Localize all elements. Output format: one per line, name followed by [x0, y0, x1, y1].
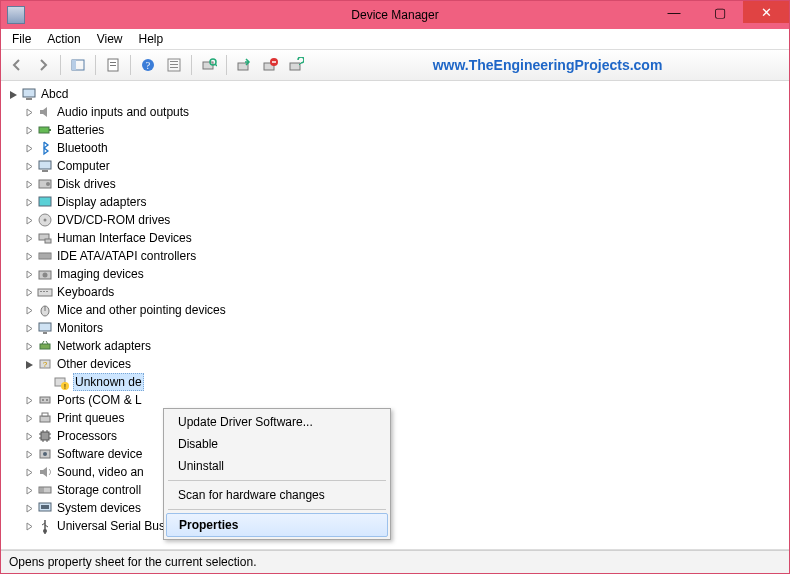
ctx-disable[interactable]: Disable — [166, 433, 388, 455]
battery-icon — [37, 122, 53, 138]
expand-icon[interactable] — [23, 448, 35, 460]
audio-icon — [37, 104, 53, 120]
ctx-properties[interactable]: Properties — [166, 513, 388, 537]
tree-item-keyboards[interactable]: Keyboards — [23, 283, 783, 301]
expand-icon[interactable] — [23, 178, 35, 190]
tree-item-unknown-label: Unknown de — [73, 373, 144, 391]
action-toolbar-button[interactable] — [162, 53, 186, 77]
svg-rect-20 — [49, 129, 51, 131]
menu-help[interactable]: Help — [132, 31, 171, 47]
tree-root[interactable]: Abcd — [7, 85, 783, 103]
close-button[interactable]: ✕ — [743, 1, 789, 23]
forward-button[interactable] — [31, 53, 55, 77]
tree-item-monitors[interactable]: Monitors — [23, 319, 783, 337]
collapse-icon[interactable] — [7, 88, 19, 100]
properties-toolbar-button[interactable] — [101, 53, 125, 77]
expand-icon[interactable] — [23, 430, 35, 442]
menu-action[interactable]: Action — [40, 31, 87, 47]
tree-item-batteries[interactable]: Batteries — [23, 121, 783, 139]
tree-item-usb[interactable]: Universal Serial Bus controllers — [23, 517, 783, 535]
svg-rect-1 — [72, 60, 76, 70]
collapse-icon[interactable] — [23, 358, 35, 370]
bluetooth-icon — [37, 140, 53, 156]
expand-icon[interactable] — [23, 520, 35, 532]
tree-root-label: Abcd — [41, 86, 68, 102]
expand-icon[interactable] — [23, 304, 35, 316]
promo-link[interactable]: www.TheEngineeringProjects.com — [310, 57, 785, 73]
tree-item-disk[interactable]: Disk drives — [23, 175, 783, 193]
expand-icon[interactable] — [23, 502, 35, 514]
expand-icon[interactable] — [23, 160, 35, 172]
scan-hardware-toolbar-button[interactable] — [197, 53, 221, 77]
update-driver-toolbar-button[interactable] — [232, 53, 256, 77]
titlebar[interactable]: Device Manager — ▢ ✕ — [1, 1, 789, 29]
tree-item-software-devices[interactable]: Software device — [23, 445, 783, 463]
expand-icon[interactable] — [23, 394, 35, 406]
maximize-button[interactable]: ▢ — [697, 1, 743, 23]
tree-item-sound[interactable]: Sound, video an — [23, 463, 783, 481]
tree-item-audio[interactable]: Audio inputs and outputs — [23, 103, 783, 121]
tree-item-processors[interactable]: Processors — [23, 427, 783, 445]
tree-item-mice[interactable]: Mice and other pointing devices — [23, 301, 783, 319]
menu-view[interactable]: View — [90, 31, 130, 47]
expand-icon[interactable] — [23, 124, 35, 136]
svg-rect-35 — [43, 291, 45, 292]
svg-rect-18 — [26, 98, 32, 100]
svg-rect-10 — [170, 67, 178, 68]
tree-item-system[interactable]: System devices — [23, 499, 783, 517]
tree-item-dvd[interactable]: DVD/CD-ROM drives — [23, 211, 783, 229]
tree-item-hid[interactable]: Human Interface Devices — [23, 229, 783, 247]
device-tree-pane[interactable]: Abcd Audio inputs and outputs Batteries … — [1, 81, 789, 550]
usb-icon — [37, 518, 53, 534]
svg-point-54 — [43, 452, 47, 456]
toolbar: ? www.TheEngineeringProjects.com — [1, 50, 789, 81]
ctx-uninstall[interactable]: Uninstall — [166, 455, 388, 477]
tree-item-imaging[interactable]: Imaging devices — [23, 265, 783, 283]
expand-icon[interactable] — [23, 232, 35, 244]
svg-point-48 — [42, 399, 44, 401]
expand-icon[interactable] — [23, 268, 35, 280]
svg-rect-19 — [39, 127, 49, 133]
ctx-scan-hardware[interactable]: Scan for hardware changes — [166, 484, 388, 506]
dvd-icon — [37, 212, 53, 228]
tree-item-computer[interactable]: Computer — [23, 157, 783, 175]
expand-icon[interactable] — [23, 106, 35, 118]
tree-item-display[interactable]: Display adapters — [23, 193, 783, 211]
uninstall-toolbar-button[interactable] — [258, 53, 282, 77]
system-icon — [37, 500, 53, 516]
expand-icon[interactable] — [23, 142, 35, 154]
mouse-icon — [37, 302, 53, 318]
expand-icon[interactable] — [23, 340, 35, 352]
expand-icon[interactable] — [23, 250, 35, 262]
ctx-update-driver[interactable]: Update Driver Software... — [166, 411, 388, 433]
svg-rect-51 — [42, 413, 48, 416]
expand-icon[interactable] — [23, 322, 35, 334]
show-hide-tree-button[interactable] — [66, 53, 90, 77]
expand-icon[interactable] — [23, 466, 35, 478]
expand-icon[interactable] — [23, 196, 35, 208]
svg-rect-3 — [110, 62, 116, 63]
tree-item-other-devices[interactable]: ?Other devices — [23, 355, 783, 373]
expand-icon[interactable] — [23, 484, 35, 496]
back-button[interactable] — [5, 53, 29, 77]
tree-item-unknown-device[interactable]: !Unknown de — [39, 373, 783, 391]
tree-item-ports[interactable]: Ports (COM & L — [23, 391, 783, 409]
printer-icon — [37, 410, 53, 426]
ports-icon — [37, 392, 53, 408]
menu-file[interactable]: File — [5, 31, 38, 47]
tree-item-print-queues[interactable]: Print queues — [23, 409, 783, 427]
ctx-separator — [168, 509, 386, 510]
tree-item-storage[interactable]: Storage controll — [23, 481, 783, 499]
device-manager-window: Device Manager — ▢ ✕ File Action View He… — [0, 0, 790, 574]
expand-icon[interactable] — [23, 286, 35, 298]
help-toolbar-button[interactable]: ? — [136, 53, 160, 77]
svg-rect-29 — [45, 239, 51, 243]
expand-icon[interactable] — [23, 214, 35, 226]
svg-rect-21 — [39, 161, 51, 169]
tree-item-network[interactable]: Network adapters — [23, 337, 783, 355]
tree-item-ide[interactable]: IDE ATA/ATAPI controllers — [23, 247, 783, 265]
minimize-button[interactable]: — — [651, 1, 697, 23]
expand-icon[interactable] — [23, 412, 35, 424]
tree-item-bluetooth[interactable]: Bluetooth — [23, 139, 783, 157]
disable-toolbar-button[interactable] — [284, 53, 308, 77]
